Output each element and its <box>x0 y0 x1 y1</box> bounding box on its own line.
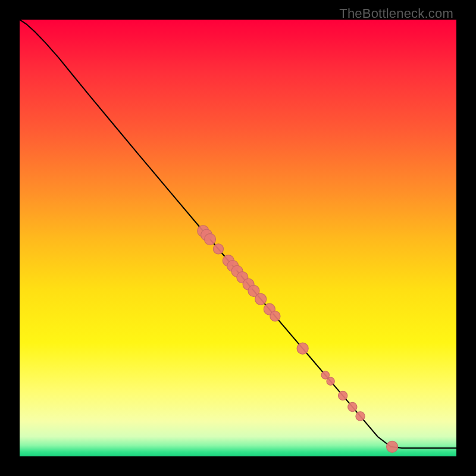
data-point <box>339 391 347 400</box>
chart-svg <box>20 20 456 456</box>
data-point <box>356 412 365 421</box>
curve-line <box>20 20 456 448</box>
watermark-label: TheBottleneck.com <box>339 6 453 21</box>
data-point <box>255 293 267 305</box>
data-point <box>270 311 280 321</box>
data-point <box>297 343 308 354</box>
data-point <box>387 441 398 452</box>
data-point <box>327 377 334 385</box>
data-points <box>198 226 398 453</box>
plot-area <box>20 20 456 456</box>
data-point <box>213 244 223 254</box>
data-point <box>348 402 357 411</box>
chart-frame: TheBottleneck.com <box>0 0 476 476</box>
data-point <box>204 234 215 245</box>
